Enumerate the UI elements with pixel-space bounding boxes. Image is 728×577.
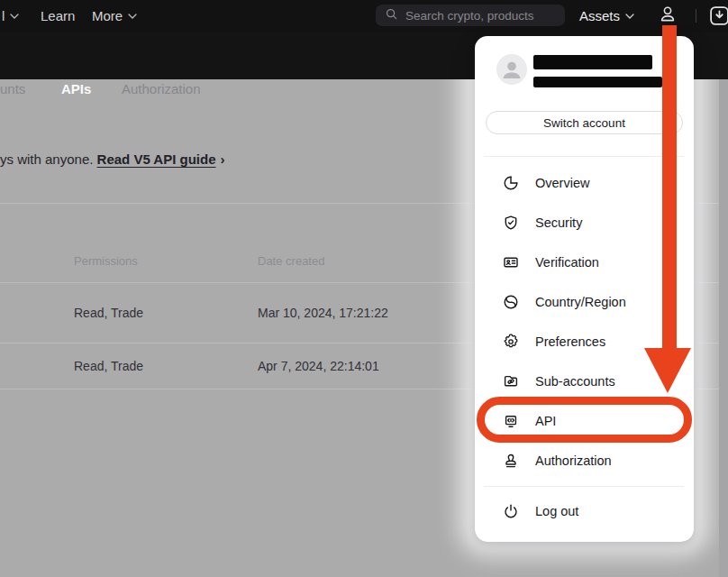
menu-item-label: Authorization — [535, 453, 612, 468]
menu-item-country-region[interactable]: Country/Region — [475, 282, 694, 322]
read-v5-api-guide-link[interactable]: Read V5 API guide — [97, 151, 216, 167]
tab-authorization[interactable]: Authorization — [122, 81, 201, 96]
menu-item-label: Overview — [535, 176, 589, 190]
cell-permissions: Read, Trade — [74, 306, 143, 320]
cell-permissions: Read, Trade — [74, 359, 143, 373]
download-app-icon[interactable] — [708, 5, 728, 31]
menu-item-log-out[interactable]: Log out — [475, 491, 694, 531]
logout-section: Log out — [475, 491, 694, 531]
nav-item-label: l — [2, 8, 5, 23]
tab-subaccounts-partial[interactable]: unts — [0, 81, 25, 96]
chevron-down-icon — [625, 14, 634, 19]
nav-item-label: More — [92, 8, 123, 23]
menu-item-verification[interactable]: Verification — [475, 243, 694, 282]
col-header-date-created: Date created — [258, 254, 324, 268]
screen: ys with anyone. Read V5 API guide› Permi… — [0, 0, 728, 577]
card-divider — [484, 486, 684, 487]
nav-item-label: Learn — [41, 8, 75, 23]
shield-check-icon — [502, 214, 520, 232]
nav-item-more[interactable]: More — [92, 8, 137, 23]
pie-chart-icon — [502, 174, 520, 192]
top-navbar: l Learn More Assets — [0, 0, 728, 32]
col-header-permissions: Permissions — [74, 254, 138, 268]
nav-item-learn[interactable]: Learn — [41, 8, 75, 23]
redacted-email — [533, 77, 662, 87]
search-bar[interactable] — [376, 5, 565, 26]
assets-menu[interactable]: Assets — [579, 8, 634, 23]
menu-item-overview[interactable]: Overview — [475, 163, 694, 203]
card-divider — [484, 156, 684, 157]
notice-text: ys with anyone. — [0, 151, 93, 167]
redacted-username — [533, 55, 652, 69]
search-input[interactable] — [405, 9, 550, 23]
cell-date-created: Mar 10, 2024, 17:21:22 — [258, 306, 388, 320]
menu-item-label: Log out — [535, 504, 578, 518]
menu-item-label: Country/Region — [535, 295, 626, 309]
cell-date-created: Apr 7, 2024, 22:14:01 — [258, 359, 379, 373]
menu-item-label: Security — [535, 215, 582, 230]
api-key-notice: ys with anyone. Read V5 API guide› — [0, 151, 225, 167]
menu-item-security[interactable]: Security — [475, 203, 694, 243]
linked-folder-icon — [502, 372, 520, 390]
search-icon — [385, 7, 398, 24]
globe-icon — [502, 293, 520, 311]
assets-label: Assets — [579, 8, 620, 23]
nav-item-partial[interactable]: l — [2, 8, 19, 23]
navbar-divider — [696, 9, 696, 23]
avatar — [496, 54, 527, 85]
menu-item-label: Verification — [535, 255, 599, 270]
chevron-down-icon — [128, 14, 137, 19]
chevron-down-icon — [10, 14, 19, 19]
api-highlight-ring — [477, 397, 692, 443]
stamp-icon — [502, 452, 520, 470]
annotation-arrow-shaft — [662, 25, 677, 349]
window-edge — [719, 79, 728, 577]
switch-account-button[interactable]: Switch account — [486, 111, 683, 134]
tab-apis[interactable]: APIs — [61, 81, 91, 96]
account-dropdown: Switch account Overview Security Verific… — [475, 36, 694, 542]
menu-item-label: Preferences — [535, 334, 605, 349]
chevron-right-icon: › — [221, 151, 225, 167]
menu-item-authorization[interactable]: Authorization — [475, 441, 694, 481]
id-card-icon — [502, 253, 520, 271]
annotation-arrow-head — [644, 348, 691, 393]
menu-item-label: Sub-accounts — [535, 374, 615, 389]
gear-icon — [502, 333, 520, 351]
power-icon — [502, 502, 520, 520]
